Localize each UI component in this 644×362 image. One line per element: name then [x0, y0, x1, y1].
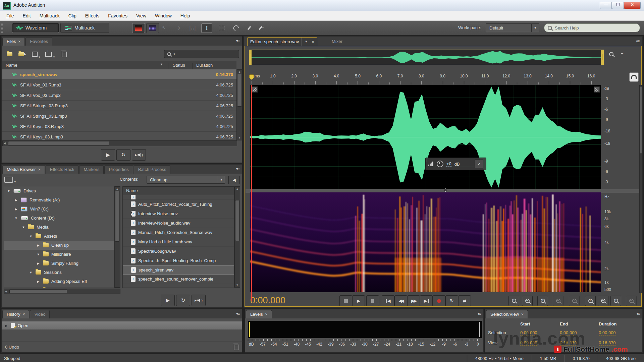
tab-video[interactable]: Video [30, 310, 50, 318]
view-mode-icon[interactable] [4, 177, 13, 183]
selection-duration-value[interactable]: 0:00.000 [599, 330, 616, 336]
file-list-item[interactable]: SF All Vox_03.L.mp3 4:06.725 [2, 90, 236, 101]
files-list-header[interactable]: Name ▼ Status Duration [2, 61, 236, 70]
chevron-down-icon[interactable]: ▼ [302, 38, 308, 46]
media-list-item[interactable]: ♪ Manual_Pitch_Correction_Source.wav [123, 228, 234, 237]
skip-to-end-button[interactable]: ▶ [420, 295, 433, 306]
tree-item[interactable]: ▼ Millionaire [4, 250, 120, 259]
playhead-marker[interactable] [249, 74, 254, 84]
snap-button[interactable] [629, 72, 639, 82]
close-button[interactable]: ✕ [624, 2, 641, 9]
disclosure-icon[interactable]: ▶ [36, 280, 40, 283]
loop-playback-button[interactable]: ↻ [176, 295, 190, 306]
media-list-item[interactable]: ♪ SpectralCough.wav [123, 247, 234, 256]
slip-tool[interactable]: |↔| [187, 24, 197, 32]
contents-vertical-scrollbar[interactable]: ▲ ▼ [234, 186, 240, 288]
tree-item[interactable]: ▶ Win7 (C:) [4, 204, 120, 214]
open-file-button[interactable] [4, 50, 14, 59]
loop-playback-button[interactable]: ↻ [116, 149, 130, 161]
auto-play-button[interactable]: ▶) [192, 295, 206, 306]
waveform-display[interactable] [250, 85, 601, 189]
tree-item[interactable]: ▶ Clean up [4, 241, 120, 250]
spectral-pitch-button[interactable] [146, 23, 159, 33]
waveform-view-button[interactable]: Waveform [12, 23, 59, 33]
amplitude-scale-grip-left[interactable] [252, 86, 258, 93]
gain-knob-icon[interactable] [437, 161, 443, 167]
search-help-box[interactable]: Search Help [544, 23, 640, 32]
file-list-item[interactable]: speech_siren.wav 0:16.370 [2, 69, 236, 80]
contents-list-header[interactable]: Name [123, 186, 234, 195]
panel-menu-icon[interactable]: ▾≡ [236, 311, 239, 316]
tab-selection-view[interactable]: Selection/View× [486, 310, 528, 318]
delete-file-button[interactable] [59, 50, 69, 59]
tree-item[interactable]: ▼ Assets [4, 232, 120, 241]
spectral-frequency-display[interactable] [250, 192, 601, 292]
play-button[interactable]: ▶ [161, 295, 175, 306]
tree-item[interactable]: ▼ Drives [4, 186, 120, 195]
title-bar[interactable]: Au Adobe Audition — ✕ [0, 0, 644, 11]
history-entry-open[interactable]: ▶ Open [2, 321, 242, 329]
media-list-item[interactable]: ♪ Interview-Noise_audio.wav [123, 219, 234, 228]
record-button[interactable] [433, 295, 445, 306]
tree-horizontal-scrollbar[interactable]: ◀ [4, 289, 120, 294]
tab-markers[interactable]: Markers [79, 165, 104, 174]
zoom-out-point-button[interactable] [598, 296, 608, 306]
stop-button[interactable] [339, 295, 352, 306]
tree-item[interactable]: ▶ Simply Falling [4, 259, 120, 268]
media-list-item[interactable]: ♪ speech_siren_sound_remover_comple [123, 275, 234, 284]
insert-into-multitrack-button[interactable]: ▼ [45, 50, 55, 59]
contents-dropdown[interactable]: Clean up ▼ [147, 176, 225, 184]
import-file-button[interactable]: ↷ [17, 50, 27, 59]
panel-menu-icon[interactable]: ▾≡ [636, 39, 639, 44]
disclosure-icon[interactable]: ▼ [21, 226, 25, 229]
spot-healing-brush-tool[interactable]: + [257, 24, 267, 32]
paintbrush-selection-tool[interactable] [244, 24, 254, 32]
menu-edit[interactable]: Edit [18, 11, 35, 21]
close-icon[interactable]: × [521, 312, 524, 317]
time-selection-tool[interactable]: I [201, 23, 212, 33]
tree-item[interactable]: ▶ Removable (A:) [4, 195, 120, 204]
time-ruler[interactable]: hms 1.02.03.04.05.06.07.08.09.010.011.01… [250, 73, 601, 84]
tree-item[interactable]: ▼ Sessions [4, 268, 120, 277]
media-list-item[interactable]: ♪ Spectra...h_Spot_Healing_Brush_Comp [123, 256, 234, 265]
view-duration-value[interactable]: 0:16.370 [599, 340, 616, 346]
menu-multitrack[interactable]: Multitrack [35, 11, 64, 21]
overview-left-handle[interactable] [249, 50, 252, 65]
files-horizontal-scrollbar[interactable]: ◀ [2, 140, 237, 146]
close-icon[interactable]: × [18, 39, 20, 44]
close-icon[interactable]: × [38, 167, 41, 172]
zoom-in-button[interactable] [508, 296, 519, 306]
tab-mixer[interactable]: Mixer [327, 37, 347, 46]
tab-levels[interactable]: Levels× [246, 310, 272, 318]
back-button[interactable]: ◀ [228, 176, 240, 184]
editor-vertical-scrollbar[interactable] [639, 85, 643, 293]
tab-batch-process[interactable]: Batch Process [134, 165, 171, 174]
disclosure-icon[interactable]: ▼ [36, 253, 40, 256]
zoom-full-button[interactable] [610, 296, 621, 306]
disclosure-icon[interactable]: ▶ [36, 262, 40, 265]
tab-editor[interactable]: Editor: speech_siren.wav ▼ × [247, 37, 317, 46]
minimize-button[interactable]: — [600, 2, 612, 9]
skip-to-start-button[interactable]: ◀ [382, 295, 394, 306]
play-button[interactable]: ▶ [352, 295, 365, 306]
media-list-item[interactable]: ♪ Interview-Noise.mov [123, 209, 234, 219]
new-file-button[interactable]: ▼ [31, 50, 41, 59]
menu-view[interactable]: View [132, 11, 151, 21]
restore-button[interactable] [612, 2, 624, 9]
tree-vertical-scrollbar[interactable]: ▲ [114, 186, 120, 288]
disclosure-icon[interactable]: ▶ [14, 198, 18, 202]
files-vertical-scrollbar[interactable]: ▲ ▼ [236, 69, 243, 140]
panel-menu-icon[interactable]: ▾≡ [478, 311, 481, 316]
media-list-item[interactable]: ♪ [123, 195, 234, 200]
close-icon[interactable]: × [265, 312, 268, 317]
rewind-button[interactable]: ◀◀ [394, 295, 407, 306]
pause-button[interactable] [366, 295, 379, 306]
razor-tool[interactable]: ◊ [174, 24, 184, 32]
lasso-selection-tool[interactable] [231, 24, 241, 32]
workspace-dropdown[interactable]: Default ▼ [486, 23, 539, 32]
tree-item[interactable]: ▶ Adding Special Eff [4, 277, 120, 286]
panel-menu-icon[interactable]: ▾≡ [236, 167, 239, 171]
tab-properties[interactable]: Properties [104, 165, 133, 174]
zoom-in-time-button[interactable] [537, 296, 548, 306]
disclosure-icon[interactable]: ▶ [14, 207, 18, 211]
